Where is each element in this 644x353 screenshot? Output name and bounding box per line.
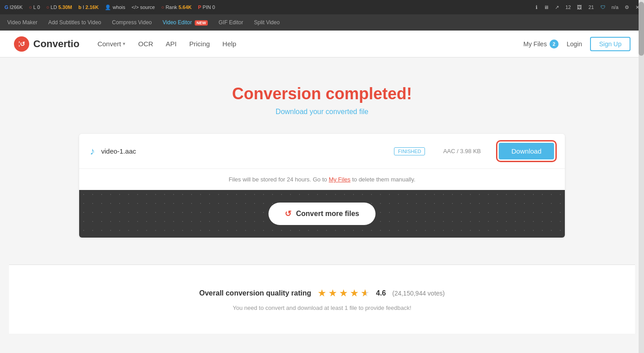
scrollbar-thumb[interactable] — [639, 2, 644, 56]
toolbar-source: </> source — [132, 4, 155, 10]
nav-help[interactable]: Help — [223, 40, 237, 48]
nav-ocr[interactable]: OCR — [138, 40, 153, 48]
toolbar-links-count: 12 — [565, 4, 571, 10]
star-3[interactable]: ★ — [339, 287, 348, 299]
rating-votes: (24,150,944 votes) — [392, 290, 445, 297]
download-button[interactable]: Download — [499, 143, 554, 159]
refresh-icon: ↺ — [285, 209, 291, 219]
svg-text:↺: ↺ — [20, 40, 25, 48]
rating-label: Overall conversion quality rating — [199, 289, 311, 297]
toolbar-pin: P PIN 0 — [198, 4, 215, 10]
nav-api[interactable]: API — [166, 40, 177, 48]
conversion-subtitle: Download your converted file — [276, 108, 368, 116]
convert-chevron-icon: ▾ — [123, 41, 125, 47]
file-card: ♪ video-1.aac FINISHED AAC / 3.98 KB Dow… — [79, 134, 565, 238]
nav-right: My Files 2 Login Sign Up — [523, 37, 631, 51]
sub-nav-gif-editor[interactable]: GIF Editor — [219, 19, 243, 26]
toolbar-right: ℹ 🖥 ↗ 12 🖼 21 🛡 n/a ⚙ ✕ — [536, 4, 640, 10]
toolbar-shield-icon: 🛡 — [600, 4, 605, 10]
nav-convert[interactable]: Convert ▾ — [98, 40, 126, 48]
sub-nav-compress[interactable]: Compress Video — [112, 19, 152, 26]
toolbar-image-count: 21 — [588, 4, 594, 10]
star-2[interactable]: ★ — [328, 287, 337, 299]
toolbar-whois: 👤 whois — [105, 4, 125, 10]
toolbar-monitor-icon[interactable]: 🖥 — [544, 4, 549, 10]
nav-links: Convert ▾ OCR API Pricing Help — [98, 40, 523, 48]
star-1[interactable]: ★ — [318, 287, 326, 299]
nav-pricing[interactable]: Pricing — [189, 40, 210, 48]
star-4[interactable]: ★ — [350, 287, 359, 299]
star-5[interactable]: ★★ — [361, 287, 370, 299]
rating-section: Overall conversion quality rating ★ ★ ★ … — [9, 265, 635, 334]
main-content: Conversion completed! Download your conv… — [0, 57, 644, 352]
toolbar-shield-label: n/a — [612, 4, 618, 10]
main-nav: ↺ Convertio Convert ▾ OCR API Pricing He… — [0, 31, 644, 57]
scrollbar[interactable] — [639, 0, 644, 352]
toolbar-b: b I 2.16K — [78, 4, 98, 10]
toolbar-info-icon[interactable]: ℹ — [536, 4, 537, 10]
rating-row: Overall conversion quality rating ★ ★ ★ … — [199, 287, 445, 299]
top-toolbar: G I266K ○ L 0 ○ LD 5.30M b I 2.16K 👤 who… — [0, 0, 644, 14]
sub-nav-subtitles[interactable]: Add Subtitles to Video — [48, 19, 101, 26]
logo-area[interactable]: ↺ Convertio — [13, 36, 80, 52]
sub-nav-split-video[interactable]: Split Video — [254, 19, 280, 26]
toolbar-rank: ○ Rank 5.64K — [161, 4, 192, 10]
convert-more-bar: ↺ Convert more files — [79, 190, 565, 238]
stars: ★ ★ ★ ★ ★★ — [318, 287, 370, 299]
toolbar-google: G I266K — [4, 4, 22, 10]
toolbar-image-icon[interactable]: 🖼 — [577, 4, 582, 10]
my-files-link[interactable]: My Files — [329, 176, 350, 183]
sub-nav-video-editor[interactable]: Video Editor NEW — [163, 19, 208, 26]
new-badge: NEW — [195, 20, 208, 26]
login-button[interactable]: Login — [567, 40, 582, 48]
toolbar-l: ○ L 0 — [29, 4, 40, 10]
my-files-button[interactable]: My Files 2 — [523, 40, 559, 49]
storage-notice: Files will be stored for 24 hours. Go to… — [79, 169, 565, 190]
toolbar-share-icon[interactable]: ↗ — [555, 4, 559, 10]
audio-file-icon: ♪ — [90, 146, 95, 157]
rating-score: 4.6 — [376, 289, 386, 297]
rating-notice: You need to convert and download at leas… — [233, 304, 411, 311]
sub-nav-video-maker[interactable]: Video Maker — [7, 19, 37, 26]
toolbar-ld: ○ LD 5.30M — [46, 4, 72, 10]
file-name: video-1.aac — [101, 147, 394, 155]
file-size: AAC / 3.98 KB — [443, 148, 481, 154]
finished-badge: FINISHED — [394, 147, 425, 155]
conversion-title: Conversion completed! — [232, 84, 412, 103]
logo-text: Convertio — [33, 38, 80, 50]
files-count-badge: 2 — [550, 40, 559, 49]
toolbar-settings-icon[interactable]: ⚙ — [625, 4, 629, 10]
logo-icon: ↺ — [13, 36, 30, 52]
sub-nav: Video Maker Add Subtitles to Video Compr… — [0, 14, 644, 31]
convert-more-button[interactable]: ↺ Convert more files — [268, 203, 375, 225]
file-row: ♪ video-1.aac FINISHED AAC / 3.98 KB Dow… — [79, 134, 565, 169]
signup-button[interactable]: Sign Up — [590, 37, 631, 51]
